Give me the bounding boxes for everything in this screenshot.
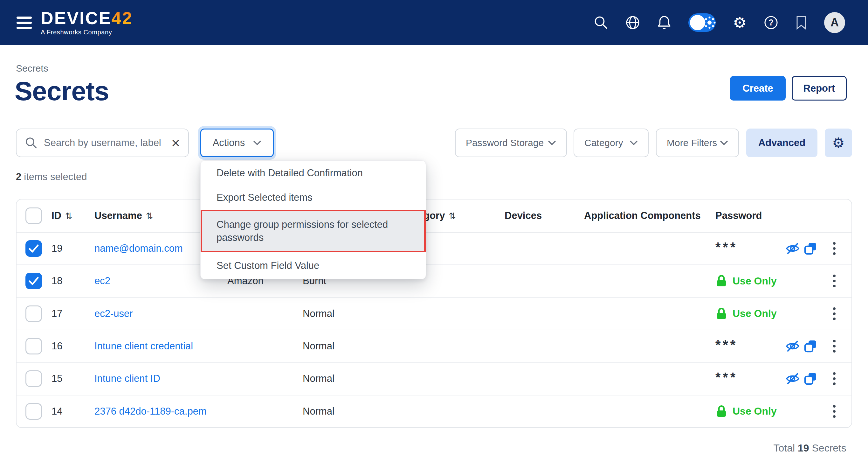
row-username-link[interactable]: ec2 bbox=[94, 275, 110, 287]
row-id: 16 bbox=[52, 341, 62, 352]
logo-text: DEVICE bbox=[41, 8, 112, 28]
row-checkbox[interactable] bbox=[25, 338, 42, 354]
report-button[interactable]: Report bbox=[792, 76, 847, 100]
menu-item-highlighted[interactable]: Change group permissions for selected pa… bbox=[200, 210, 426, 252]
top-navbar: DEVICE42 A Freshworks Company ⚙ ? A bbox=[0, 0, 868, 45]
use-only-label: Use Only bbox=[733, 405, 777, 417]
header-username[interactable]: Username⇅ bbox=[94, 210, 153, 222]
theme-toggle[interactable] bbox=[688, 13, 716, 32]
copy-password-icon[interactable] bbox=[804, 372, 817, 385]
search-icon[interactable] bbox=[594, 15, 608, 30]
row-category: Normal bbox=[303, 308, 335, 319]
table-row: 18 ec2 Amazon Burnt Use Only bbox=[17, 265, 851, 297]
user-avatar[interactable]: A bbox=[824, 12, 845, 33]
copy-password-icon[interactable] bbox=[804, 340, 817, 353]
search-icon bbox=[25, 137, 37, 149]
row-username-link[interactable]: Intune client ID bbox=[94, 373, 160, 384]
menu-item[interactable]: Export Selected items bbox=[200, 185, 426, 210]
row-checkbox[interactable] bbox=[25, 370, 42, 387]
menu-item[interactable]: Delete with Detailed Confirmation bbox=[200, 161, 426, 185]
use-only-badge: Use Only bbox=[715, 274, 777, 288]
password-storage-filter[interactable]: Password Storage bbox=[455, 128, 567, 157]
category-filter[interactable]: Category bbox=[574, 128, 649, 157]
lock-icon bbox=[715, 307, 727, 321]
actions-dropdown-button[interactable]: Actions bbox=[200, 128, 274, 157]
copy-password-icon[interactable] bbox=[804, 242, 817, 255]
reveal-password-eye-off-icon[interactable] bbox=[785, 340, 800, 353]
use-only-badge: Use Only bbox=[715, 404, 777, 418]
select-all-checkbox[interactable] bbox=[25, 207, 42, 224]
sort-icon: ⇅ bbox=[448, 211, 456, 221]
menu-item-label: Export Selected items bbox=[217, 192, 313, 203]
row-username-link[interactable]: ec2-user bbox=[94, 308, 133, 319]
use-only-badge: Use Only bbox=[715, 307, 777, 321]
row-username-link[interactable]: Intune client credential bbox=[94, 341, 193, 352]
menu-item[interactable]: Set Custom Field Value bbox=[200, 252, 426, 279]
selection-summary: 2items selected bbox=[16, 171, 87, 183]
row-username-link[interactable]: 2376 d42do-1189-ca.pem bbox=[94, 406, 207, 417]
chevron-down-icon bbox=[548, 140, 556, 145]
row-id: 17 bbox=[52, 308, 62, 319]
row-checkbox[interactable] bbox=[25, 305, 42, 322]
menu-item-label: Change group permissions for selected pa… bbox=[217, 218, 399, 244]
create-button[interactable]: Create bbox=[730, 76, 786, 100]
row-checkbox[interactable] bbox=[25, 403, 42, 420]
help-icon[interactable]: ? bbox=[764, 15, 778, 30]
row-actions-kebab[interactable] bbox=[831, 273, 837, 289]
more-filters-dropdown[interactable]: More Filters bbox=[656, 128, 739, 157]
row-actions-kebab[interactable] bbox=[831, 370, 837, 387]
actions-dropdown-menu: Delete with Detailed ConfirmationExport … bbox=[200, 160, 426, 280]
header-application-components: Application Components bbox=[584, 210, 701, 222]
row-password-masked: *** bbox=[715, 240, 738, 255]
row-password-masked: *** bbox=[715, 370, 738, 385]
row-category: Normal bbox=[303, 341, 335, 352]
row-category: Normal bbox=[303, 373, 335, 384]
row-id: 15 bbox=[52, 373, 62, 384]
svg-text:?: ? bbox=[769, 18, 774, 27]
table-row: 14 2376 d42do-1189-ca.pem Normal Use Onl… bbox=[17, 395, 851, 427]
gear-icon: ⚙ bbox=[832, 136, 844, 150]
row-password-masked: *** bbox=[715, 337, 738, 353]
header-password: Password bbox=[715, 210, 762, 222]
bookmark-icon[interactable] bbox=[796, 15, 807, 30]
header-devices: Devices bbox=[504, 210, 542, 222]
lock-icon bbox=[715, 404, 727, 418]
row-id: 19 bbox=[52, 243, 62, 254]
sun-icon bbox=[707, 21, 712, 25]
table-settings-gear-button[interactable]: ⚙ bbox=[825, 128, 852, 157]
table-row: 19 name@domain.com *** bbox=[17, 233, 851, 265]
logo-accent-text: 42 bbox=[112, 8, 133, 28]
row-actions-kebab[interactable] bbox=[831, 240, 837, 257]
breadcrumb[interactable]: Secrets bbox=[16, 63, 48, 74]
hamburger-menu-icon[interactable] bbox=[17, 17, 32, 29]
menu-item-label: Delete with Detailed Confirmation bbox=[217, 167, 363, 179]
row-id: 14 bbox=[52, 406, 62, 417]
search-input[interactable] bbox=[44, 137, 165, 149]
advanced-button[interactable]: Advanced bbox=[746, 128, 817, 157]
header-id[interactable]: ID⇅ bbox=[52, 210, 72, 222]
row-checkbox[interactable] bbox=[25, 273, 42, 289]
row-actions-kebab[interactable] bbox=[831, 403, 837, 420]
search-box[interactable]: × bbox=[16, 128, 189, 157]
logo-tagline: A Freshworks Company bbox=[41, 29, 133, 36]
toggle-knob bbox=[690, 15, 705, 30]
total-count: Total 19 Secrets bbox=[774, 442, 846, 454]
use-only-label: Use Only bbox=[733, 275, 777, 287]
notifications-bell-icon[interactable] bbox=[657, 15, 671, 30]
row-checkbox[interactable] bbox=[25, 240, 42, 257]
device42-logo[interactable]: DEVICE42 A Freshworks Company bbox=[41, 9, 133, 36]
settings-gear-icon[interactable]: ⚙ bbox=[733, 15, 747, 30]
chevron-down-icon bbox=[629, 140, 638, 145]
reveal-password-eye-off-icon[interactable] bbox=[785, 242, 800, 255]
globe-icon[interactable] bbox=[625, 15, 640, 30]
table-row: 15 Intune client ID Normal *** bbox=[17, 363, 851, 395]
reveal-password-eye-off-icon[interactable] bbox=[785, 372, 800, 385]
row-actions-kebab[interactable] bbox=[831, 338, 837, 354]
table-body: 19 name@domain.com *** 18 ec2 Amazon Bur… bbox=[17, 233, 851, 427]
sort-icon: ⇅ bbox=[146, 211, 153, 221]
row-username-link[interactable]: name@domain.com bbox=[94, 243, 183, 254]
clear-search-icon[interactable]: × bbox=[172, 136, 180, 150]
lock-icon bbox=[715, 274, 727, 288]
row-actions-kebab[interactable] bbox=[831, 305, 837, 322]
sort-icon: ⇅ bbox=[65, 211, 72, 221]
